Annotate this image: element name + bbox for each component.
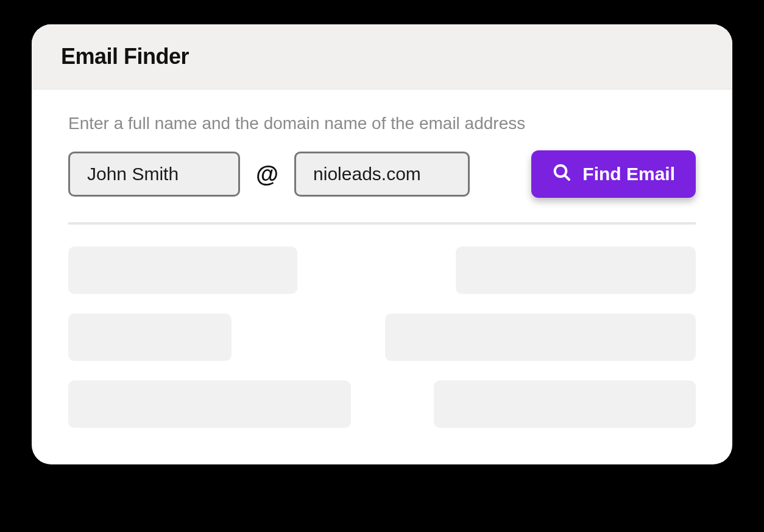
search-icon bbox=[552, 163, 571, 186]
skeleton-block bbox=[456, 247, 696, 294]
card-header: Email Finder bbox=[32, 24, 732, 89]
skeleton-row bbox=[68, 313, 696, 361]
at-symbol: @ bbox=[253, 161, 281, 187]
results-skeleton bbox=[68, 247, 696, 428]
divider bbox=[68, 222, 696, 225]
instruction-text: Enter a full name and the domain name of… bbox=[68, 114, 696, 133]
skeleton-block bbox=[68, 380, 351, 428]
find-email-button[interactable]: Find Email bbox=[531, 150, 696, 198]
input-row: @ Find Email bbox=[68, 150, 696, 198]
email-finder-card: Email Finder Enter a full name and the d… bbox=[32, 24, 732, 464]
skeleton-block bbox=[434, 380, 696, 428]
find-email-label: Find Email bbox=[582, 164, 675, 184]
page-title: Email Finder bbox=[61, 44, 703, 69]
domain-input[interactable] bbox=[294, 152, 470, 197]
skeleton-block bbox=[68, 313, 232, 361]
skeleton-block bbox=[385, 313, 696, 361]
skeleton-block bbox=[68, 247, 297, 294]
skeleton-row bbox=[68, 247, 696, 294]
skeleton-row bbox=[68, 380, 696, 428]
card-body: Enter a full name and the domain name of… bbox=[32, 89, 732, 464]
svg-line-1 bbox=[565, 175, 570, 180]
full-name-input[interactable] bbox=[68, 152, 240, 197]
